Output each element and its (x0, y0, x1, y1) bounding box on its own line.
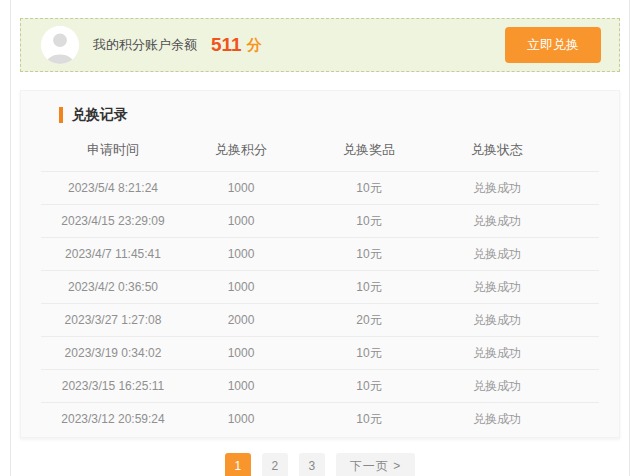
cell-points: 1000 (177, 370, 305, 402)
table-row: 2023/3/19 0:34:02 1000 10元 兑换成功 (41, 336, 599, 369)
cell-points: 1000 (177, 337, 305, 369)
cell-status: 兑换成功 (433, 304, 561, 336)
cell-status: 兑换成功 (433, 271, 561, 303)
cell-apply-time: 2023/3/19 0:34:02 (49, 337, 177, 369)
exchange-now-button[interactable]: 立即兑换 (505, 27, 601, 63)
balance-banner: 我的积分账户余额 511 分 立即兑换 (20, 18, 620, 72)
cell-points: 1000 (177, 271, 305, 303)
table-row: 2023/4/2 0:36:50 1000 10元 兑换成功 (41, 270, 599, 303)
column-header-apply-time: 申请时间 (49, 141, 177, 159)
cell-prize: 10元 (305, 205, 433, 237)
cell-prize: 20元 (305, 304, 433, 336)
pagination: 1 2 3 下一页 > (20, 453, 620, 476)
cell-points: 1000 (177, 403, 305, 435)
cell-apply-time: 2023/3/15 16:25:11 (49, 370, 177, 402)
table-row: 2023/4/7 11:45:41 1000 10元 兑换成功 (41, 237, 599, 270)
table-row: 2023/4/15 23:29:09 1000 10元 兑换成功 (41, 204, 599, 237)
cell-prize: 10元 (305, 238, 433, 270)
section-title: 兑换记录 (72, 106, 128, 124)
page-button-3[interactable]: 3 (299, 453, 325, 476)
balance-label: 我的积分账户余额 (93, 36, 197, 54)
cell-status: 兑换成功 (433, 238, 561, 270)
cell-status: 兑换成功 (433, 403, 561, 435)
table-header-row: 申请时间 兑换积分 兑换奖品 兑换状态 (41, 135, 599, 171)
cell-status: 兑换成功 (433, 172, 561, 204)
page-button-1[interactable]: 1 (225, 453, 251, 476)
cell-points: 1000 (177, 172, 305, 204)
cell-apply-time: 2023/3/12 20:59:24 (49, 403, 177, 435)
page-container: 我的积分账户余额 511 分 立即兑换 兑换记录 申请时间 兑换积分 兑换奖品 … (10, 0, 630, 476)
cell-prize: 10元 (305, 337, 433, 369)
balance-value: 511 (211, 34, 242, 56)
next-page-button[interactable]: 下一页 > (336, 453, 415, 476)
cell-apply-time: 2023/3/27 1:27:08 (49, 304, 177, 336)
cell-apply-time: 2023/4/7 11:45:41 (49, 238, 177, 270)
table-row: 2023/3/12 20:59:24 1000 10元 兑换成功 (41, 402, 599, 435)
cell-apply-time: 2023/4/2 0:36:50 (49, 271, 177, 303)
balance-unit: 分 (247, 36, 262, 55)
cell-status: 兑换成功 (433, 337, 561, 369)
cell-prize: 10元 (305, 271, 433, 303)
page-button-2[interactable]: 2 (262, 453, 288, 476)
cell-prize: 10元 (305, 370, 433, 402)
table-row: 2023/3/27 1:27:08 2000 20元 兑换成功 (41, 303, 599, 336)
cell-apply-time: 2023/5/4 8:21:24 (49, 172, 177, 204)
cell-status: 兑换成功 (433, 370, 561, 402)
cell-points: 1000 (177, 205, 305, 237)
user-avatar-icon (41, 26, 79, 64)
cell-points: 2000 (177, 304, 305, 336)
cell-prize: 10元 (305, 172, 433, 204)
title-accent-bar-icon (59, 107, 63, 123)
cell-prize: 10元 (305, 403, 433, 435)
section-header: 兑换记录 (41, 91, 599, 135)
table-row: 2023/5/4 8:21:24 1000 10元 兑换成功 (41, 171, 599, 204)
cell-status: 兑换成功 (433, 205, 561, 237)
column-header-points: 兑换积分 (177, 141, 305, 159)
cell-points: 1000 (177, 238, 305, 270)
cell-apply-time: 2023/4/15 23:29:09 (49, 205, 177, 237)
exchange-records-card: 兑换记录 申请时间 兑换积分 兑换奖品 兑换状态 2023/5/4 8:21:2… (20, 90, 620, 438)
table-row: 2023/3/15 16:25:11 1000 10元 兑换成功 (41, 369, 599, 402)
column-header-prize: 兑换奖品 (305, 141, 433, 159)
column-header-status: 兑换状态 (433, 141, 561, 159)
